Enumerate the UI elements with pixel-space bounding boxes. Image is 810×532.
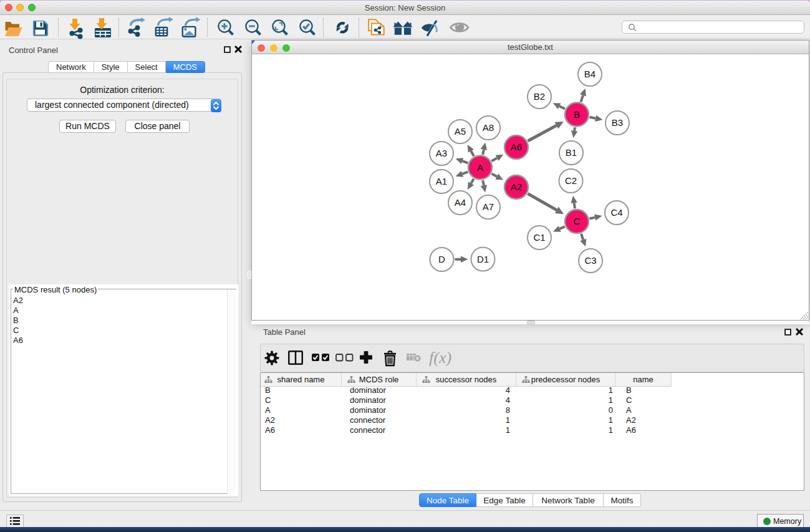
svg-text:A3: A3 bbox=[436, 148, 447, 158]
svg-text:C2: C2 bbox=[565, 175, 577, 186]
svg-text:C3: C3 bbox=[584, 255, 596, 266]
svg-text:D1: D1 bbox=[477, 254, 489, 264]
svg-text:A1: A1 bbox=[436, 176, 447, 186]
svg-text:A: A bbox=[477, 162, 483, 173]
svg-text:B3: B3 bbox=[612, 117, 623, 128]
svg-text:B2: B2 bbox=[534, 91, 545, 102]
svg-text:A4: A4 bbox=[455, 197, 466, 208]
svg-text:A5: A5 bbox=[455, 126, 466, 137]
svg-text:A6: A6 bbox=[511, 142, 522, 152]
svg-text:B: B bbox=[574, 109, 580, 120]
svg-text:C4: C4 bbox=[610, 207, 622, 218]
svg-text:C1: C1 bbox=[533, 232, 545, 243]
svg-text:A2: A2 bbox=[511, 181, 522, 192]
svg-text:C: C bbox=[574, 216, 581, 226]
svg-text:B4: B4 bbox=[584, 69, 595, 79]
svg-text:B1: B1 bbox=[566, 147, 577, 158]
svg-text:A8: A8 bbox=[483, 122, 494, 133]
svg-text:D: D bbox=[438, 254, 445, 264]
svg-text:f(x): f(x) bbox=[429, 349, 451, 367]
svg-text:A7: A7 bbox=[483, 201, 494, 212]
